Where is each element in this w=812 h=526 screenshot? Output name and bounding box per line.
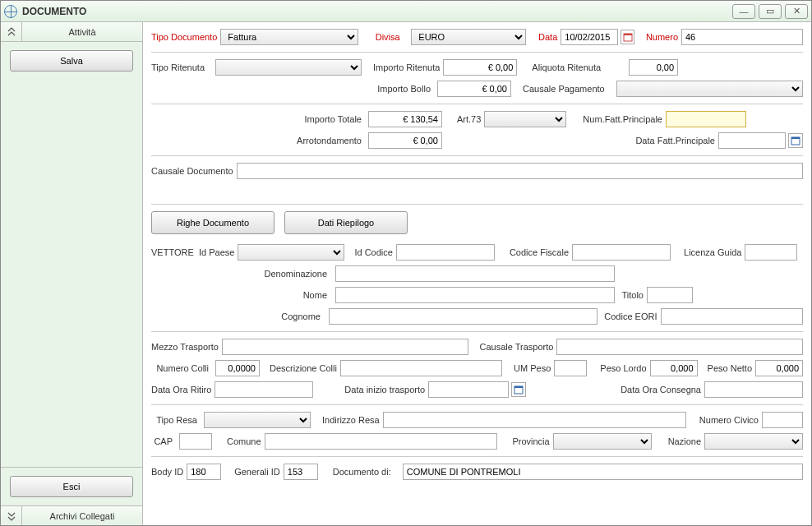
label-vettore: VETTORE (151, 247, 196, 257)
svg-rect-3 (791, 137, 800, 139)
label-um-peso: UM Peso (514, 363, 551, 373)
righe-documento-button[interactable]: Righe Documento (151, 211, 275, 234)
label-body-id: Body ID (151, 467, 183, 477)
comune-input[interactable] (265, 433, 498, 450)
label-data-inizio-trasporto: Data inizio trasporto (344, 385, 425, 394)
label-causale-trasporto: Causale Trasporto (480, 342, 554, 352)
dati-riepilogo-button[interactable]: Dati Riepilogo (284, 211, 408, 234)
causale-documento-input[interactable] (237, 163, 803, 179)
provincia-select[interactable] (553, 433, 652, 450)
label-data-ora-ritiro: Data Ora Ritiro (151, 385, 211, 394)
indirizzo-resa-input[interactable] (383, 412, 686, 428)
main-form: Tipo Documento Fattura Divisa EURO Data … (143, 22, 811, 525)
svg-rect-1 (624, 34, 632, 35)
label-numero-civico: Numero Civico (699, 415, 759, 425)
nome-input[interactable] (335, 287, 615, 303)
close-button[interactable]: ✕ (785, 4, 808, 19)
label-cognome: Cognome (279, 311, 325, 321)
label-id-paese: Id Paese (199, 247, 234, 257)
label-importo-ritenuta: Importo Ritenuta (373, 62, 440, 72)
minimize-button[interactable]: — (732, 4, 755, 19)
numero-colli-input[interactable] (215, 360, 260, 376)
sidebar: Attività Salva Esci Archivi Collegati (1, 22, 143, 525)
label-comune: Comune (227, 436, 261, 446)
divisa-select[interactable]: EURO (411, 29, 525, 45)
expand-icon[interactable] (1, 506, 22, 525)
causale-trasporto-input[interactable] (556, 339, 803, 355)
denominazione-input[interactable] (335, 265, 615, 282)
sidebar-title-attivita: Attività (22, 27, 142, 37)
data-fatt-principale-input[interactable] (718, 132, 786, 149)
art73-select[interactable] (484, 111, 566, 127)
tipo-documento-select[interactable]: Fattura (220, 29, 358, 45)
titlebar: DOCUMENTO — ▭ ✕ (1, 1, 811, 22)
num-fatt-principale-input[interactable] (666, 111, 746, 127)
collapse-icon[interactable] (1, 22, 22, 41)
sidebar-header-attivita: Attività (1, 22, 142, 42)
numero-civico-input[interactable] (762, 412, 803, 428)
data-input[interactable] (561, 29, 618, 45)
salva-button[interactable]: Salva (10, 50, 133, 72)
label-codice-eori: Codice EORI (604, 311, 657, 321)
label-numero: Numero (646, 32, 678, 42)
data-ora-ritiro-input[interactable] (215, 381, 313, 398)
peso-netto-input[interactable] (755, 360, 803, 376)
generali-id-input[interactable] (284, 464, 318, 480)
esci-button[interactable]: Esci (10, 476, 133, 497)
label-descrizione-colli: Descrizione Colli (270, 363, 337, 373)
label-data-ora-consegna: Data Ora Consegna (621, 385, 701, 394)
calendar-icon[interactable] (788, 133, 803, 148)
nazione-select[interactable] (704, 433, 803, 450)
label-tipo-resa: Tipo Resa (151, 415, 201, 425)
label-importo-bollo: Importo Bollo (368, 84, 434, 94)
numero-input[interactable] (681, 29, 803, 45)
svg-rect-5 (514, 386, 523, 388)
label-numero-colli: Numero Colli (151, 363, 212, 373)
label-causale-documento: Causale Documento (151, 166, 233, 176)
cognome-input[interactable] (329, 308, 597, 325)
calendar-icon[interactable] (511, 382, 526, 397)
data-inizio-trasporto-input[interactable] (428, 381, 509, 398)
label-aliquota-ritenuta: Aliquota Ritenuta (532, 62, 601, 72)
peso-lordo-input[interactable] (650, 360, 698, 376)
documento-di-input[interactable] (403, 464, 803, 480)
maximize-button[interactable]: ▭ (759, 4, 782, 19)
label-id-codice: Id Codice (354, 247, 392, 257)
codice-fiscale-input[interactable] (572, 244, 671, 261)
um-peso-input[interactable] (554, 360, 587, 376)
calendar-icon[interactable] (621, 30, 634, 44)
label-num-fatt-principale: Num.Fatt.Principale (583, 114, 662, 124)
aliquota-ritenuta-input[interactable] (629, 59, 678, 76)
causale-pagamento-select[interactable] (616, 81, 803, 97)
id-codice-input[interactable] (396, 244, 495, 261)
label-cap: CAP (151, 436, 176, 446)
id-paese-select[interactable] (238, 244, 344, 261)
label-generali-id: Generali ID (234, 467, 280, 477)
label-nome: Nome (301, 290, 332, 300)
label-data-fatt-principale: Data Fatt.Principale (635, 136, 715, 145)
importo-ritenuta-input[interactable] (443, 59, 517, 76)
importo-bollo-input[interactable] (437, 81, 511, 97)
label-licenza-guida: Licenza Guida (684, 247, 741, 257)
sidebar-title-archivi: Archivi Collegati (22, 511, 142, 521)
data-ora-consegna-input[interactable] (704, 381, 803, 398)
window: DOCUMENTO — ▭ ✕ Attività Salva Esci (0, 0, 812, 526)
tipo-resa-select[interactable] (204, 412, 311, 428)
label-peso-lordo: Peso Lordo (600, 363, 646, 373)
label-causale-pagamento: Causale Pagamento (523, 84, 605, 94)
globe-icon (4, 5, 17, 18)
licenza-guida-input[interactable] (745, 244, 797, 261)
label-importo-totale: Importo Totale (299, 114, 365, 124)
tipo-ritenuta-select[interactable] (215, 59, 362, 76)
label-codice-fiscale: Codice Fiscale (510, 247, 569, 257)
label-arrotondamento: Arrotondamento (291, 136, 365, 145)
label-nazione: Nazione (668, 436, 701, 446)
arrotondamento-input[interactable] (368, 132, 442, 149)
codice-eori-input[interactable] (661, 308, 803, 325)
mezzo-trasporto-input[interactable] (222, 339, 468, 355)
descrizione-colli-input[interactable] (340, 360, 502, 376)
titolo-input[interactable] (647, 287, 693, 303)
cap-input[interactable] (179, 433, 212, 450)
importo-totale-input[interactable] (368, 111, 442, 127)
body-id-input[interactable] (187, 464, 221, 480)
